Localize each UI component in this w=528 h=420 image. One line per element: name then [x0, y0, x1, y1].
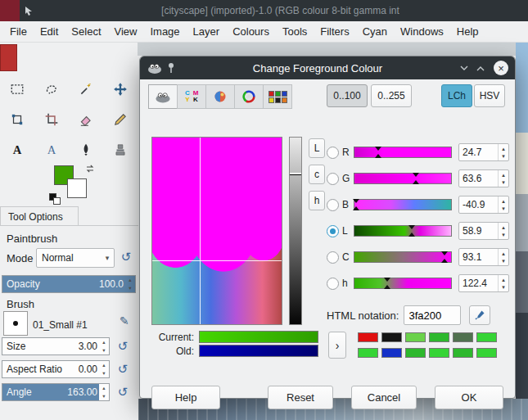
ok-button[interactable]: OK	[435, 386, 503, 409]
C-radio[interactable]	[327, 251, 339, 264]
menu-colours[interactable]: Colours	[226, 21, 276, 42]
B-spinbox[interactable]: -40.9▴▾	[458, 196, 509, 214]
G-radio[interactable]	[327, 173, 339, 185]
shade-chevron-down-icon[interactable]	[456, 65, 472, 71]
ink-tool-icon[interactable]	[74, 138, 98, 162]
menu-filters[interactable]: Filters	[314, 21, 355, 42]
html-notation-input[interactable]	[404, 305, 461, 325]
tab-gimp-selector[interactable]	[148, 84, 178, 109]
text-outline-tool-icon[interactable]: A	[39, 138, 64, 162]
eraser-tool-icon[interactable]	[74, 107, 98, 132]
L-spin-arrows[interactable]: ▴▾	[498, 223, 508, 239]
aspect-spin-arrows[interactable]: ▴▾	[99, 361, 109, 377]
text-tool-icon[interactable]: A	[5, 138, 29, 162]
tab-cmyk-selector[interactable]: CMYK	[177, 84, 206, 109]
size-spin-arrows[interactable]: ▴▾	[99, 338, 109, 355]
history-swatch[interactable]	[453, 348, 473, 358]
tab-wheel-selector[interactable]	[234, 84, 264, 109]
range-button-0..255[interactable]: 0..255	[371, 84, 412, 107]
close-icon[interactable]: ×	[494, 61, 508, 75]
B-slider-track[interactable]	[354, 199, 452, 210]
aspect-ratio-slider[interactable]: Aspect Ratio 0.00 ▴▾	[2, 360, 110, 378]
B-spin-arrows[interactable]: ▴▾	[498, 196, 508, 213]
G-slider-track[interactable]	[354, 173, 452, 184]
help-button[interactable]: Help	[151, 386, 220, 409]
axis-button-h[interactable]: h	[309, 191, 325, 210]
rectangle-select-tool-icon[interactable]	[5, 77, 29, 102]
background-color-swatch[interactable]	[67, 178, 87, 198]
range-button-0..100[interactable]: 0..100	[327, 84, 368, 107]
menu-help[interactable]: Help	[450, 21, 485, 42]
axis-button-c[interactable]: c	[309, 165, 325, 184]
reset-button[interactable]: Reset	[268, 386, 333, 409]
tab-palette-selector[interactable]	[263, 84, 292, 109]
menu-select[interactable]: Select	[65, 21, 107, 42]
model-button-lch[interactable]: LCh	[441, 84, 472, 107]
history-swatch[interactable]	[405, 332, 426, 342]
C-slider-track[interactable]	[354, 251, 452, 263]
history-swatch[interactable]	[476, 348, 497, 358]
history-swatch[interactable]	[429, 332, 449, 342]
h-radio[interactable]	[327, 278, 339, 290]
unified-transform-tool-icon[interactable]	[5, 107, 29, 132]
h-spinbox[interactable]: 122.4▴▾	[458, 274, 509, 292]
menu-windows[interactable]: Windows	[394, 21, 450, 42]
history-swatch[interactable]	[358, 332, 378, 342]
history-swatch[interactable]	[453, 332, 473, 342]
R-spin-arrows[interactable]: ▴▾	[498, 144, 508, 160]
history-swatch[interactable]	[476, 332, 497, 342]
mode-reset-button[interactable]: ↺	[118, 248, 134, 266]
C-spinbox[interactable]: 93.1▴▾	[458, 248, 509, 266]
maximize-chevron-up-icon[interactable]	[472, 65, 489, 71]
dialog-titlebar[interactable]: Change Foreground Colour ×	[140, 56, 515, 79]
history-swatch[interactable]	[381, 332, 402, 342]
default-colors-icon[interactable]	[49, 193, 61, 205]
aspect-reset-button[interactable]: ↺	[115, 360, 131, 378]
B-radio[interactable]	[327, 199, 339, 211]
image-thumbnail-tab[interactable]	[0, 44, 17, 71]
history-swatch[interactable]	[358, 348, 378, 358]
opacity-slider[interactable]: Opacity 100.0 ▴▾	[2, 275, 136, 293]
menu-cyan[interactable]: Cyan	[356, 21, 394, 42]
pin-icon[interactable]	[163, 62, 179, 74]
lightness-strip-marker[interactable]	[290, 173, 301, 175]
R-radio[interactable]	[327, 147, 339, 159]
size-slider[interactable]: Size 3.00 ▴▾	[2, 337, 110, 355]
angle-spin-arrows[interactable]: ▴▾	[99, 384, 109, 400]
R-spinbox[interactable]: 24.7▴▾	[458, 143, 509, 161]
history-swatch[interactable]	[429, 348, 449, 358]
fuzzy-select-tool-icon[interactable]	[74, 77, 98, 102]
history-swatch[interactable]	[405, 348, 426, 358]
tab-watercolor-selector[interactable]	[205, 84, 235, 109]
model-button-hsv[interactable]: HSV	[474, 84, 505, 107]
clone-tool-icon[interactable]	[108, 138, 133, 162]
edit-brush-icon[interactable]: ✎	[120, 314, 129, 327]
menu-edit[interactable]: Edit	[34, 21, 65, 42]
L-radio[interactable]	[327, 225, 339, 237]
brush-preview[interactable]	[3, 311, 28, 336]
h-slider-track[interactable]	[354, 278, 452, 289]
menu-tools[interactable]: Tools	[276, 21, 314, 42]
menu-file[interactable]: File	[3, 21, 34, 42]
history-swatch[interactable]	[381, 348, 402, 358]
mode-dropdown[interactable]: Normal ▾	[36, 248, 115, 268]
pencil-tool-icon[interactable]	[108, 107, 133, 132]
menu-image[interactable]: Image	[143, 21, 186, 42]
h-spin-arrows[interactable]: ▴▾	[498, 275, 508, 291]
cancel-button[interactable]: Cancel	[351, 386, 417, 409]
C-spin-arrows[interactable]: ▴▾	[498, 249, 508, 265]
opacity-spin-arrows[interactable]: ▴▾	[125, 276, 135, 292]
angle-reset-button[interactable]: ↺	[115, 383, 131, 401]
lightness-strip[interactable]	[289, 137, 302, 325]
L-slider-track[interactable]	[354, 225, 452, 237]
L-spinbox[interactable]: 58.9▴▾	[458, 222, 509, 240]
move-tool-icon[interactable]	[108, 77, 133, 102]
free-select-tool-icon[interactable]	[39, 77, 64, 102]
menu-view[interactable]: View	[108, 21, 144, 42]
G-spin-arrows[interactable]: ▴▾	[498, 170, 508, 187]
crop-tool-icon[interactable]	[39, 107, 64, 132]
R-slider-track[interactable]	[354, 147, 452, 158]
size-reset-button[interactable]: ↺	[115, 337, 131, 355]
menu-layer[interactable]: Layer	[187, 21, 227, 42]
axis-button-L[interactable]: L	[309, 138, 325, 158]
